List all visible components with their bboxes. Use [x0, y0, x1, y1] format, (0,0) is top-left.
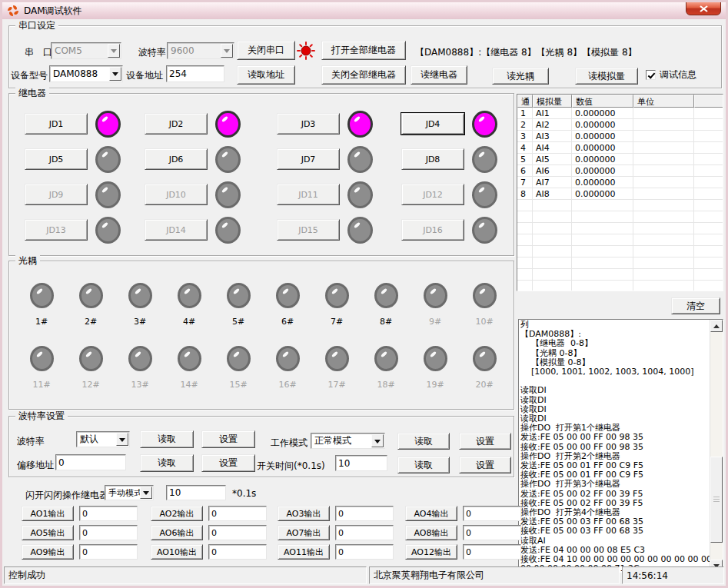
- col-analog[interactable]: 模拟量: [533, 95, 572, 108]
- ao-output-button[interactable]: AO2输出: [151, 506, 203, 521]
- ao-output-input[interactable]: [335, 506, 394, 521]
- chevron-down-icon[interactable]: [221, 44, 233, 58]
- col-channel[interactable]: 通: [517, 95, 533, 108]
- ao-output-button[interactable]: AO8输出: [405, 525, 457, 540]
- opto-led: [30, 346, 54, 371]
- ao-output-input[interactable]: [208, 506, 267, 521]
- switch-time-input[interactable]: [335, 455, 387, 471]
- workmode-set-button[interactable]: 设置: [459, 433, 511, 450]
- ao-output-button[interactable]: AO3输出: [278, 506, 330, 521]
- open-all-relays-button[interactable]: 打开全部继电器: [321, 41, 406, 60]
- ao-output-input[interactable]: [463, 544, 521, 560]
- relay-button[interactable]: JD13: [25, 219, 88, 241]
- opto-cell: 19#: [411, 340, 460, 403]
- switch-time-read-button[interactable]: 读取: [397, 457, 450, 473]
- ao-output-button[interactable]: AO11输出: [278, 544, 330, 560]
- relay-button[interactable]: JD9: [25, 184, 88, 205]
- close-port-button[interactable]: 关闭串口: [237, 41, 295, 60]
- workmode-read-button[interactable]: 读取: [397, 433, 450, 450]
- ao-output-button[interactable]: AO9输出: [22, 544, 74, 560]
- relay-button[interactable]: JD12: [401, 184, 464, 205]
- chevron-down-icon[interactable]: [108, 44, 120, 58]
- col-unit[interactable]: 单位: [633, 95, 694, 108]
- opto-label: 6#: [281, 317, 294, 327]
- table-row: [517, 234, 723, 246]
- ao-output-button[interactable]: AO4输出: [405, 506, 457, 521]
- close-icon[interactable]: [686, 2, 721, 15]
- serial-settings-legend: 串口设定: [15, 20, 58, 31]
- relay-button[interactable]: JD15: [277, 219, 340, 241]
- chevron-down-icon[interactable]: [109, 67, 121, 81]
- offset-set-button[interactable]: 设置: [201, 454, 255, 472]
- ao-output-button[interactable]: AO7输出: [278, 525, 330, 540]
- flash-time-input[interactable]: [166, 485, 226, 500]
- analog-table-body: 1 AI1 0.000000 2 AI2 0.000000 3 AI3 0.00…: [517, 108, 723, 291]
- close-all-relays-button[interactable]: 关闭全部继电器: [321, 65, 406, 85]
- col-value[interactable]: 数值: [572, 95, 633, 108]
- ao-output-input[interactable]: [208, 544, 267, 560]
- ao-output-button[interactable]: AO10输出: [151, 544, 203, 560]
- relay-button[interactable]: JD11: [277, 184, 340, 205]
- scroll-up-icon[interactable]: [710, 320, 723, 332]
- read-analog-button[interactable]: 读模拟量: [575, 68, 638, 85]
- app-logo-icon: [7, 5, 19, 17]
- serial-settings-group: 串口设定 串 口 COM5 波特率 9600 关闭串口 打开全部继电器 【DA: [8, 25, 722, 88]
- baudrate-read-button[interactable]: 读取: [140, 430, 194, 448]
- opto-cell: 5#: [214, 277, 263, 340]
- ao-output-button[interactable]: AO6输出: [151, 525, 203, 540]
- device-address-input[interactable]: [166, 65, 224, 82]
- ao-output-button[interactable]: AO12输出: [405, 544, 457, 560]
- title-bar[interactable]: DAM调试软件: [2, 2, 726, 19]
- baudrate-select[interactable]: 默认: [76, 431, 130, 447]
- ao-output-grid: AO1输出 AO2输出 AO3输出 AO4输出 AO5输出 AO6输出 AO7输…: [22, 506, 520, 563]
- relay-button[interactable]: JD16: [401, 219, 464, 241]
- opto-cell: 7#: [312, 277, 361, 340]
- read-address-button[interactable]: 读取地址: [237, 65, 295, 85]
- opto-led: [276, 283, 300, 308]
- debug-info-checkbox[interactable]: 调试信息: [646, 68, 696, 81]
- relay-button[interactable]: JD1: [25, 113, 88, 135]
- clear-log-button[interactable]: 清空: [671, 297, 720, 314]
- relay-button[interactable]: JD10: [145, 184, 208, 205]
- baudrate-set-button[interactable]: 设置: [201, 430, 255, 448]
- relay-button[interactable]: JD8: [401, 148, 464, 170]
- flash-mode-select[interactable]: 手动模式: [105, 485, 154, 500]
- col-blank[interactable]: [694, 95, 723, 108]
- opto-led: [424, 346, 447, 371]
- workmode-select[interactable]: 正常模式: [311, 433, 385, 449]
- debug-log-box[interactable]: 列 【DAM0888】: 【继电器 0-8】 【光耦 0-8】 【模拟量 0-8…: [518, 319, 723, 573]
- ao-output-input[interactable]: [79, 525, 138, 540]
- chevron-down-icon[interactable]: [116, 433, 128, 446]
- relay-button[interactable]: JD4: [401, 113, 464, 135]
- scrollbar-thumb[interactable]: [710, 457, 723, 543]
- log-scrollbar[interactable]: [710, 320, 723, 572]
- model-select[interactable]: DAM0888: [49, 65, 123, 82]
- switch-time-set-button[interactable]: 设置: [459, 457, 511, 473]
- baud-select[interactable]: 9600: [167, 42, 234, 59]
- chevron-down-icon[interactable]: [140, 487, 152, 499]
- ao-output-button[interactable]: AO1输出: [22, 506, 74, 521]
- ao-output-input[interactable]: [335, 525, 394, 540]
- read-relays-button[interactable]: 读继电器: [411, 65, 467, 85]
- ao-output-input[interactable]: [463, 506, 521, 521]
- offset-address-input[interactable]: [55, 454, 126, 470]
- relay-button[interactable]: JD3: [277, 113, 340, 135]
- port-select[interactable]: COM5: [51, 42, 121, 59]
- chevron-down-icon[interactable]: [371, 434, 384, 447]
- ao-output-input[interactable]: [208, 525, 267, 540]
- ao-output-input[interactable]: [79, 544, 138, 560]
- opto-cell: 16#: [263, 340, 312, 403]
- ao-output-input[interactable]: [79, 506, 138, 521]
- ao-output-input[interactable]: [335, 544, 394, 560]
- opto-cell: 9#: [411, 277, 460, 340]
- relay-button[interactable]: JD5: [25, 148, 88, 170]
- ao-output-input[interactable]: [463, 525, 521, 540]
- relay-cell: JD14: [145, 217, 277, 244]
- relay-button[interactable]: JD7: [277, 148, 340, 170]
- relay-button[interactable]: JD14: [145, 219, 208, 241]
- relay-button[interactable]: JD2: [145, 113, 208, 135]
- offset-read-button[interactable]: 读取: [140, 454, 194, 472]
- relay-button[interactable]: JD6: [145, 148, 208, 170]
- read-opto-button[interactable]: 读光耦: [492, 68, 549, 85]
- ao-output-button[interactable]: AO5输出: [22, 525, 74, 540]
